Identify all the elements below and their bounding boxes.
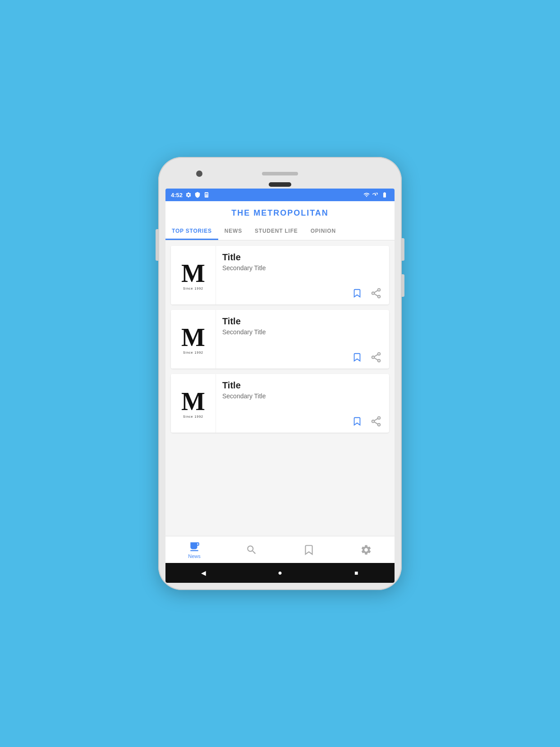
nav-item-bookmarks[interactable] xyxy=(298,542,320,558)
tab-opinion[interactable]: OPINION xyxy=(304,223,342,240)
bookmark-icon xyxy=(352,287,362,299)
newspaper-icon xyxy=(188,541,200,553)
app-header: THE METROPOLITAN TOP STORIES NEWS STUDEN… xyxy=(165,201,395,240)
svg-line-9 xyxy=(374,358,378,360)
article-actions xyxy=(222,414,384,429)
bottom-nav: News xyxy=(165,536,395,563)
back-arrow-icon: ◀ xyxy=(201,569,206,576)
metro-logo: M Since 1992 xyxy=(181,389,205,418)
search-icon xyxy=(246,544,257,556)
phone-screen: 4:52 xyxy=(165,189,395,583)
volume-down-button[interactable] xyxy=(402,274,404,297)
content-area: M Since 1992 Title Secondary Title xyxy=(165,240,395,536)
bookmark-button[interactable] xyxy=(350,350,364,365)
nav-label-news: News xyxy=(188,553,201,559)
tab-news[interactable]: NEWS xyxy=(218,223,248,240)
shield-status-icon xyxy=(194,192,201,198)
metro-since-text: Since 1992 xyxy=(183,287,203,290)
android-home-button[interactable]: ● xyxy=(275,568,285,577)
tab-bar: TOP STORIES NEWS STUDENT LIFE OPINION xyxy=(165,223,395,240)
share-button[interactable] xyxy=(368,286,384,301)
article-card[interactable]: M Since 1992 Title Secondary Title xyxy=(171,246,389,304)
news-nav-icon xyxy=(188,541,200,553)
gear-icon xyxy=(360,544,372,556)
status-left: 4:52 xyxy=(171,192,210,198)
android-nav-bar: ◀ ● ■ xyxy=(165,563,395,583)
article-info: Title Secondary Title xyxy=(216,310,389,369)
app-title: THE METROPOLITAN xyxy=(165,208,395,218)
metro-m-letter: M xyxy=(181,389,205,414)
svg-point-6 xyxy=(372,356,374,358)
sim-status-icon xyxy=(203,192,210,198)
svg-line-14 xyxy=(374,422,378,424)
bookmarks-nav-icon xyxy=(303,544,315,556)
svg-point-2 xyxy=(378,295,380,298)
metro-m-letter: M xyxy=(181,325,205,350)
svg-point-7 xyxy=(378,360,380,362)
settings-nav-icon xyxy=(360,544,372,556)
settings-status-icon xyxy=(185,192,192,198)
wifi-icon xyxy=(363,192,370,198)
article-thumbnail: M Since 1992 xyxy=(171,374,216,433)
article-info: Title Secondary Title xyxy=(216,374,389,433)
bookmark-button[interactable] xyxy=(350,286,364,301)
article-actions xyxy=(222,286,384,301)
nav-item-news[interactable]: News xyxy=(183,539,206,561)
share-icon xyxy=(370,287,382,299)
earpiece xyxy=(269,182,291,187)
search-nav-icon xyxy=(246,544,257,556)
android-recent-button[interactable]: ■ xyxy=(352,568,361,577)
signal-icon xyxy=(372,192,378,198)
article-actions xyxy=(222,350,384,365)
article-card[interactable]: M Since 1992 Title Secondary Title xyxy=(171,310,389,369)
article-title: Title xyxy=(222,252,384,263)
article-title: Title xyxy=(222,380,384,391)
bookmark-nav-icon xyxy=(303,544,315,556)
bookmark-icon xyxy=(352,415,362,427)
svg-point-12 xyxy=(378,424,380,426)
share-button[interactable] xyxy=(368,414,384,429)
svg-point-0 xyxy=(378,289,380,291)
bookmark-button[interactable] xyxy=(350,414,364,429)
tab-top-stories[interactable]: TOP STORIES xyxy=(165,223,218,240)
metro-logo: M Since 1992 xyxy=(181,325,205,354)
share-button[interactable] xyxy=(368,350,384,365)
svg-point-5 xyxy=(378,353,380,355)
metro-logo: M Since 1992 xyxy=(181,261,205,290)
bookmark-icon xyxy=(352,351,362,363)
front-camera xyxy=(196,171,202,177)
phone-top xyxy=(165,164,395,189)
article-secondary-title: Secondary Title xyxy=(222,264,384,282)
nav-item-settings[interactable] xyxy=(355,542,377,558)
power-button[interactable] xyxy=(156,229,158,261)
status-right xyxy=(363,192,389,198)
status-time: 4:52 xyxy=(171,192,183,198)
recent-square-icon: ■ xyxy=(354,569,358,576)
svg-line-3 xyxy=(374,290,378,293)
svg-line-8 xyxy=(374,355,378,357)
tab-student-life[interactable]: STUDENT LIFE xyxy=(248,223,304,240)
battery-icon xyxy=(380,192,389,198)
svg-line-13 xyxy=(374,419,378,421)
article-info: Title Secondary Title xyxy=(216,246,389,304)
home-circle-icon: ● xyxy=(278,569,282,577)
metro-m-letter: M xyxy=(181,261,205,286)
nav-item-search[interactable] xyxy=(240,542,263,558)
article-secondary-title: Secondary Title xyxy=(222,392,384,410)
speaker-grill xyxy=(262,172,298,175)
svg-line-4 xyxy=(374,294,378,296)
share-icon xyxy=(370,415,382,427)
phone-frame: 4:52 xyxy=(158,157,402,590)
article-thumbnail: M Since 1992 xyxy=(171,310,216,369)
volume-up-button[interactable] xyxy=(402,238,404,261)
article-secondary-title: Secondary Title xyxy=(222,328,384,346)
status-bar: 4:52 xyxy=(165,189,395,201)
svg-point-1 xyxy=(372,292,374,294)
article-title: Title xyxy=(222,316,384,327)
article-card[interactable]: M Since 1992 Title Secondary Title xyxy=(171,374,389,433)
android-back-button[interactable]: ◀ xyxy=(199,568,208,577)
svg-point-10 xyxy=(378,417,380,419)
metro-since-text: Since 1992 xyxy=(183,415,203,418)
article-thumbnail: M Since 1992 xyxy=(171,246,216,304)
share-icon xyxy=(370,351,382,363)
